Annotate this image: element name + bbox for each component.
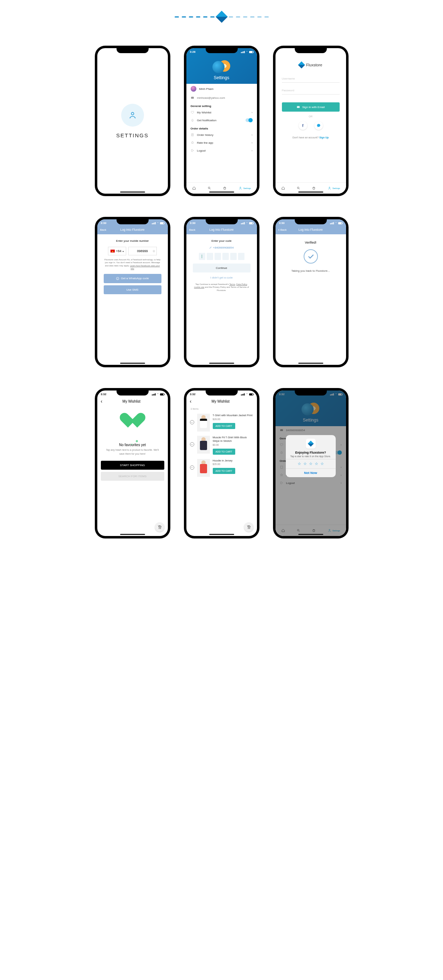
tab-settings[interactable]: Settings: [238, 186, 251, 190]
svg-point-6: [297, 187, 299, 189]
row-logout[interactable]: Logout›: [186, 146, 257, 154]
tab-bag[interactable]: [312, 186, 316, 190]
history-icon: [191, 133, 194, 137]
cart-fab[interactable]: [155, 522, 164, 532]
tab-search[interactable]: [297, 186, 300, 190]
tab-home[interactable]: [192, 186, 196, 190]
star-2[interactable]: ☆: [303, 461, 307, 466]
product-name: T-Shirt with Mountain Jacket Print: [213, 414, 253, 417]
signup-link[interactable]: Sign Up: [319, 136, 329, 139]
password-input[interactable]: [282, 87, 340, 94]
user-circle: [121, 104, 144, 127]
sms-button[interactable]: Use SMS: [104, 285, 162, 294]
tab-settings[interactable]: Settings: [327, 186, 340, 190]
facebook-button[interactable]: f: [299, 121, 307, 130]
rate-modal: Enjoying Fluxstore? Tap a star to rate i…: [286, 435, 336, 477]
bell-icon: [191, 118, 194, 122]
screen-login: Fluxstore Sign in with Email OR f Don't …: [273, 46, 348, 196]
notification-toggle[interactable]: [246, 118, 253, 122]
user-icon: [128, 111, 137, 120]
signup-row: Don't have an account? Sign Up: [282, 136, 340, 139]
modal-title: Enjoying Fluxstore?: [286, 451, 336, 454]
nav-title: Log Into Fluxstore: [186, 228, 257, 231]
row-order-history[interactable]: Order history›: [186, 131, 257, 139]
row-notification[interactable]: Get Notification: [186, 116, 257, 124]
signin-button[interactable]: Sign in with Email: [282, 102, 340, 111]
product-name: Muscle Fit T-Shirt With Block Stripe In …: [213, 436, 253, 443]
add-to-cart-button[interactable]: ADD TO CART: [213, 468, 235, 474]
add-to-cart-button[interactable]: ADD TO CART: [213, 449, 235, 455]
tab-bag[interactable]: [223, 186, 227, 190]
cart-fab[interactable]: [244, 522, 253, 532]
empty-heading: No favourites yet: [97, 443, 168, 447]
fine-print: Fluxstore uses Account Kit, a Facebook t…: [104, 258, 162, 270]
logo-diamond-icon: [298, 61, 305, 68]
add-to-cart-button[interactable]: ADD TO CART: [213, 423, 235, 429]
wishlist-item: −Muscle Fit T-Shirt With Block Stripe In…: [190, 434, 253, 457]
checkmark-circle: [304, 249, 318, 264]
section-divider: [0, 0, 443, 46]
svg-point-8: [116, 277, 119, 280]
row-wishlist[interactable]: My Wishlist ›: [186, 108, 257, 116]
svg-point-3: [208, 187, 210, 189]
remove-button[interactable]: −: [190, 465, 194, 470]
back-button[interactable]: Back: [189, 228, 196, 231]
screen-rate-modal: 3:32⌃ Settings 840989908854 General sett…: [273, 388, 348, 538]
svg-point-10: [160, 528, 161, 529]
code-inputs[interactable]: [193, 253, 251, 260]
product-image[interactable]: [197, 414, 210, 431]
email-row: minhcasi@yahoo.com: [186, 94, 257, 102]
clear-icon[interactable]: ⊗: [152, 249, 156, 253]
settings-title: SETTINGS: [116, 132, 149, 138]
product-name: Hoodie in Jersey: [213, 459, 253, 463]
screen-settings: 3:28⌃ Settings Minh Pham minhcasi@yahoo.…: [184, 46, 259, 196]
avatar: [191, 86, 196, 92]
redirect-msg: Taking you back to Fluxstore...: [282, 269, 340, 272]
svg-rect-5: [297, 106, 300, 108]
remove-button[interactable]: −: [190, 442, 194, 447]
logo-row: Fluxstore: [275, 62, 346, 67]
product-price: $28.00: [213, 418, 253, 420]
remove-button[interactable]: −: [190, 420, 194, 425]
not-now-button[interactable]: Not Now: [286, 468, 336, 477]
sms-button[interactable]: [314, 121, 323, 130]
item-count: 3 items: [186, 406, 257, 412]
continue-button[interactable]: Continue: [193, 264, 251, 272]
diamond-icon: [216, 11, 228, 23]
profile-row[interactable]: Minh Pham: [186, 84, 257, 94]
heart-icon: [191, 111, 194, 114]
learn-link[interactable]: Learn how Facebook uses your info: [130, 265, 160, 270]
country-code-select[interactable]: ★ +84▾: [108, 247, 126, 255]
tab-search[interactable]: [207, 186, 211, 190]
verified-text: Verified!: [282, 241, 340, 244]
username-input[interactable]: [282, 75, 340, 83]
product-image[interactable]: [197, 436, 210, 453]
row-rate-app[interactable]: Rate the app›: [186, 139, 257, 146]
or-text: OR: [282, 115, 340, 118]
star-1[interactable]: ☆: [298, 461, 301, 466]
no-code-link[interactable]: I didn't get a code: [193, 276, 251, 279]
svg-point-9: [159, 528, 159, 529]
mail-icon: [297, 105, 300, 109]
product-price: $35.00: [213, 463, 253, 465]
back-button[interactable]: ‹Back: [278, 227, 287, 232]
star-3[interactable]: ☆: [309, 461, 313, 466]
tab-home[interactable]: [281, 186, 285, 190]
phone-display[interactable]: +840989908854: [193, 246, 251, 249]
page-title: My Wishlist: [191, 399, 249, 403]
app-name: Fluxstore: [306, 63, 322, 67]
star-5[interactable]: ☆: [321, 461, 324, 466]
svg-point-0: [131, 112, 133, 115]
page-title: My Wishlist: [102, 399, 160, 403]
search-items-button[interactable]: SEARCH FOR ITEMS: [101, 472, 164, 481]
svg-rect-1: [191, 97, 194, 99]
section-general: General setting: [186, 102, 257, 108]
whatsapp-code-button[interactable]: Get a WhatsApp code: [104, 274, 162, 283]
start-shopping-button[interactable]: START SHOPPING: [101, 461, 164, 470]
product-image[interactable]: [197, 459, 210, 477]
back-button[interactable]: Back: [100, 228, 106, 231]
logout-icon: [191, 149, 194, 152]
section-orders: Order details: [186, 124, 257, 131]
user-name: Minh Pham: [199, 88, 213, 91]
star-4[interactable]: ☆: [315, 461, 318, 466]
